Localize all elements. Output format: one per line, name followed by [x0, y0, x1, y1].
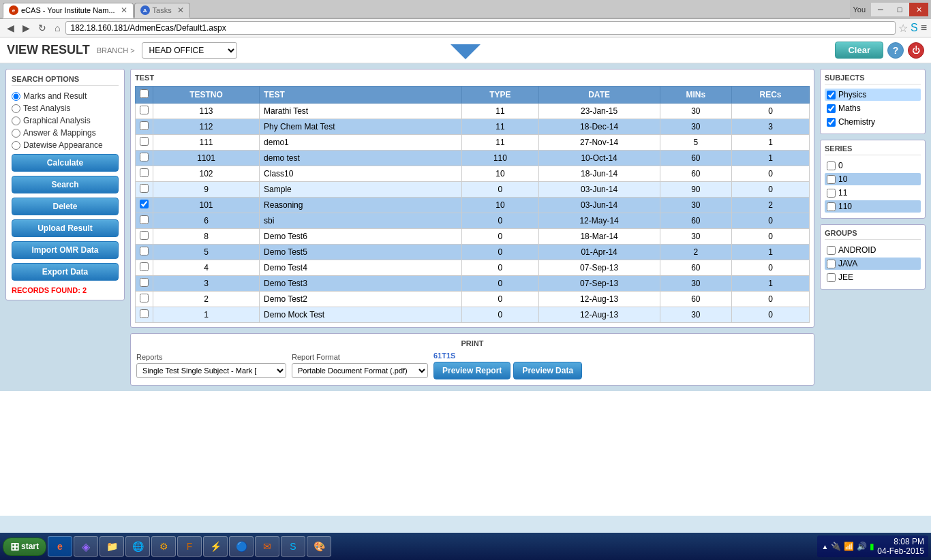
row-checkbox[interactable]	[140, 262, 149, 271]
cell-recs: 0	[732, 182, 810, 198]
cell-test: sbi	[260, 213, 462, 229]
row-checkbox[interactable]	[140, 294, 149, 302]
back-button[interactable]: ◀	[4, 21, 17, 35]
refresh-button[interactable]: ↻	[35, 21, 49, 35]
power-button[interactable]: ⏻	[908, 42, 924, 59]
cell-testno: 8	[153, 229, 260, 245]
cell-mins: 30	[660, 104, 731, 119]
table-row[interactable]: 2 Demo Test2 0 12-Aug-13 60 0	[136, 292, 810, 307]
row-checkbox[interactable]	[140, 106, 149, 114]
group-android[interactable]: ANDROID	[825, 244, 921, 256]
subject-physics[interactable]: Physics	[825, 89, 921, 101]
clear-button[interactable]: Clear	[835, 42, 883, 59]
cell-recs: 0	[732, 292, 810, 307]
search-button[interactable]: Search	[12, 176, 119, 193]
cell-mins: 30	[660, 229, 731, 245]
row-checkbox[interactable]	[140, 309, 149, 318]
tab-ecas-close[interactable]: ✕	[121, 5, 127, 15]
row-checkbox[interactable]	[140, 121, 149, 130]
row-checkbox[interactable]	[140, 247, 149, 255]
forward-button[interactable]: ▶	[20, 21, 33, 35]
row-checkbox[interactable]	[140, 137, 149, 146]
close-button[interactable]: ✕	[909, 3, 928, 16]
format-select[interactable]: Portable Document Format (.pdf) Excel Fo…	[292, 363, 428, 378]
tab-tasks[interactable]: A Tasks ✕	[134, 3, 190, 18]
row-checkbox[interactable]	[140, 215, 149, 224]
cell-mins: 30	[660, 198, 731, 213]
radio-answer[interactable]: Answer & Mappings	[12, 127, 119, 139]
header-buttons: Clear ? ⏻	[835, 42, 924, 59]
select-all-checkbox[interactable]	[140, 89, 149, 98]
cell-testno: 1101	[153, 151, 260, 166]
series-0[interactable]: 0	[825, 159, 921, 172]
branch-select[interactable]: HEAD OFFICE	[142, 42, 237, 59]
report-select[interactable]: Single Test Single Subject - Mark [ Sing…	[136, 363, 286, 378]
url-input[interactable]	[65, 21, 896, 35]
test-section-title: TEST	[135, 74, 810, 82]
import-button[interactable]: Import OMR Data	[12, 241, 119, 259]
radio-marks[interactable]: Marks and Result	[12, 90, 119, 102]
tab-bar: e eCAS - Your Institute Nam... ✕ A Tasks…	[0, 0, 931, 19]
cell-recs: 0	[732, 213, 810, 229]
col-test: TEST	[260, 87, 462, 104]
cell-mins: 60	[660, 151, 731, 166]
cell-date: 03-Jun-14	[538, 182, 660, 198]
minimize-button[interactable]: ─	[871, 3, 890, 16]
subject-maths[interactable]: Maths	[825, 102, 921, 114]
series-10[interactable]: 10	[825, 173, 921, 185]
preview-report-button[interactable]: Preview Report	[433, 362, 510, 379]
group-java[interactable]: JAVA	[825, 258, 921, 270]
cell-testno: 112	[153, 119, 260, 135]
cell-mins: 60	[660, 213, 731, 229]
radio-test[interactable]: Test Analysis	[12, 102, 119, 114]
table-row[interactable]: 9 Sample 0 03-Jun-14 90 0	[136, 182, 810, 198]
row-checkbox[interactable]	[140, 278, 149, 287]
table-row[interactable]: 112 Phy Chem Mat Test 11 18-Dec-14 30 3	[136, 119, 810, 135]
preview-data-button[interactable]: Preview Data	[513, 362, 582, 379]
series-panel: SERIES 0 10 11 110	[820, 140, 926, 219]
series-110[interactable]: 110	[825, 200, 921, 213]
table-row[interactable]: 1101 demo test 110 10-Oct-14 60 1	[136, 151, 810, 166]
row-checkbox[interactable]	[140, 184, 149, 193]
table-row[interactable]: 1 Demo Mock Test 0 12-Aug-13 30 0	[136, 307, 810, 323]
tab-ecas[interactable]: e eCAS - Your Institute Nam... ✕	[3, 3, 134, 18]
table-row[interactable]: 4 Demo Test4 0 07-Sep-13 60 0	[136, 260, 810, 276]
cell-type: 0	[462, 213, 538, 229]
delete-button[interactable]: Delete	[12, 198, 119, 215]
table-row[interactable]: 8 Demo Test6 0 18-Mar-14 30 0	[136, 229, 810, 245]
cell-type: 110	[462, 151, 538, 166]
tab-tasks-close[interactable]: ✕	[177, 5, 184, 15]
subject-chemistry[interactable]: Chemistry	[825, 116, 921, 128]
cell-mins: 60	[660, 166, 731, 182]
table-row[interactable]: 111 demo1 11 27-Nov-14 5 1	[136, 135, 810, 151]
table-row[interactable]: 6 sbi 0 12-May-14 60 0	[136, 213, 810, 229]
table-row[interactable]: 101 Reasoning 10 03-Jun-14 30 2	[136, 198, 810, 213]
page-content: VIEW RESULT BRANCH > HEAD OFFICE Clear ?…	[0, 37, 931, 516]
row-checkbox[interactable]	[140, 231, 149, 240]
series-11[interactable]: 11	[825, 187, 921, 199]
cell-recs: 1	[732, 276, 810, 292]
home-button[interactable]: ⌂	[52, 21, 63, 35]
radio-graphical[interactable]: Graphical Analysis	[12, 114, 119, 127]
table-row[interactable]: 102 Class10 10 18-Jun-14 60 0	[136, 166, 810, 182]
table-row[interactable]: 3 Demo Test3 0 07-Sep-13 30 1	[136, 276, 810, 292]
table-row[interactable]: 113 Marathi Test 11 23-Jan-15 30 0	[136, 104, 810, 119]
table-row[interactable]: 5 Demo Test5 0 01-Apr-14 2 1	[136, 245, 810, 260]
upload-button[interactable]: Upload Result	[12, 219, 119, 237]
maximize-button[interactable]: □	[890, 3, 909, 16]
radio-datewise[interactable]: Datewise Appearance	[12, 139, 119, 151]
row-checkbox[interactable]	[140, 200, 149, 208]
cell-test: Reasoning	[260, 198, 462, 213]
cell-type: 0	[462, 260, 538, 276]
calculate-button[interactable]: Calculate	[12, 154, 119, 172]
help-button[interactable]: ?	[887, 42, 904, 59]
cell-test: Class10	[260, 166, 462, 182]
print-reports-col: Reports Single Test Single Subject - Mar…	[136, 353, 286, 378]
export-button[interactable]: Export Data	[12, 263, 119, 281]
row-checkbox[interactable]	[140, 168, 149, 177]
main-layout: SEARCH OPTIONS Marks and Result Test Ana…	[0, 63, 931, 391]
cell-date: 12-Aug-13	[538, 292, 660, 307]
left-panel: SEARCH OPTIONS Marks and Result Test Ana…	[5, 69, 125, 386]
group-jee[interactable]: JEE	[825, 271, 921, 283]
row-checkbox[interactable]	[140, 153, 149, 161]
